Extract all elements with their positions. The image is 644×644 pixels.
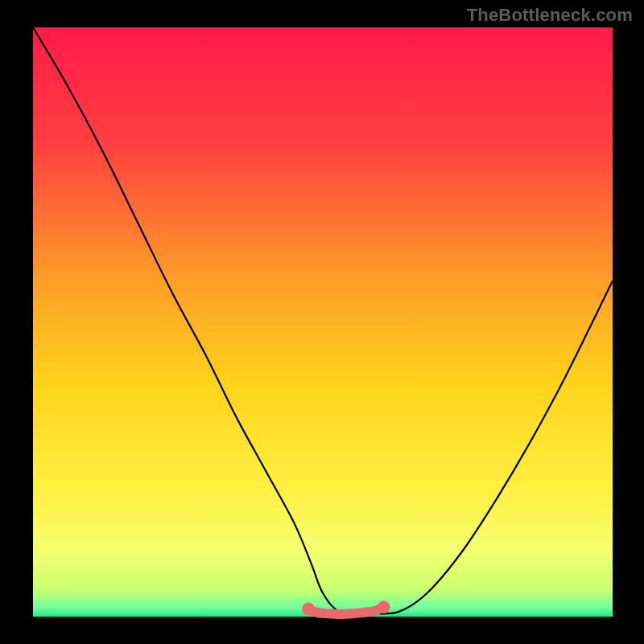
valley-end-dot [378,601,390,613]
chart-frame: TheBottleneck.com [0,0,644,644]
chart-background [33,27,613,617]
watermark-label: TheBottleneck.com [467,5,633,26]
valley-end-dot [302,602,315,615]
bottleneck-chart [0,0,644,644]
